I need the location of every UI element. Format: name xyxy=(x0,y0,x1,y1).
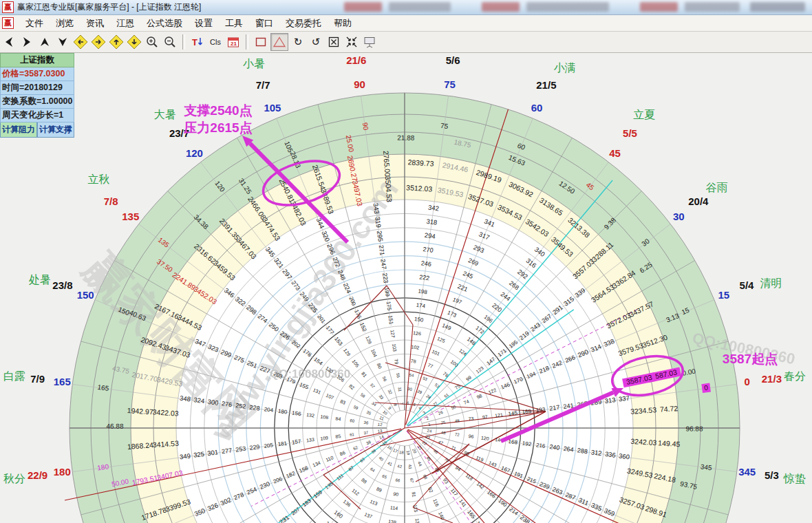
svg-text:21: 21 xyxy=(231,41,237,47)
menu-item-1[interactable]: 浏览 xyxy=(50,16,80,31)
menu-item-0[interactable]: 文件 xyxy=(19,16,50,31)
calendar-icon[interactable]: 21 xyxy=(225,34,242,50)
svg-text:春分: 春分 xyxy=(784,370,806,382)
svg-text:21/6: 21/6 xyxy=(346,54,366,66)
draw-triangle-icon[interactable] xyxy=(270,33,288,51)
blurred-title-item xyxy=(640,2,678,12)
svg-text:156: 156 xyxy=(292,410,302,418)
svg-text:20/4: 20/4 xyxy=(688,195,709,207)
svg-text:0: 0 xyxy=(745,376,750,387)
rotate-ccw-icon[interactable]: ↺ xyxy=(308,34,324,50)
calc-support-button[interactable]: 计算支撑 xyxy=(37,122,74,138)
svg-text:240: 240 xyxy=(549,443,560,451)
rotate-cw-icon[interactable]: ↻ xyxy=(290,34,306,50)
svg-text:199: 199 xyxy=(383,287,391,297)
delete-box-icon[interactable] xyxy=(325,34,342,50)
menu-item-5[interactable]: 设置 xyxy=(189,16,219,31)
blurred-title-item xyxy=(685,2,740,12)
svg-text:343: 343 xyxy=(372,202,381,214)
svg-text:180: 180 xyxy=(54,466,71,478)
title-bar: 赢 赢家江恩专业版[赢家服务平台] - [上证指数 江恩轮] xyxy=(0,0,812,15)
svg-text:246: 246 xyxy=(420,259,431,268)
svg-text:288: 288 xyxy=(577,447,588,455)
nav-right-icon[interactable] xyxy=(19,34,35,50)
svg-text:175: 175 xyxy=(385,301,393,311)
svg-text:73: 73 xyxy=(468,416,474,422)
svg-text:21.88: 21.88 xyxy=(397,134,415,142)
svg-text:145: 145 xyxy=(508,410,518,418)
svg-text:217: 217 xyxy=(549,404,560,412)
svg-text:342: 342 xyxy=(428,203,440,212)
svg-text:165: 165 xyxy=(97,383,109,392)
svg-text:180: 180 xyxy=(277,408,288,416)
zoom-out-icon[interactable] xyxy=(162,34,178,50)
svg-text:23/8: 23/8 xyxy=(52,279,72,291)
svg-text:小暑: 小暑 xyxy=(243,58,265,70)
svg-text:T: T xyxy=(192,37,197,47)
step-up-icon[interactable] xyxy=(108,34,125,50)
parameter-panel: 上证指数 价格=3587.0300时间=20180129变换系数=1.00000… xyxy=(0,53,74,138)
svg-text:360: 360 xyxy=(619,452,630,461)
svg-text:247: 247 xyxy=(379,259,387,270)
svg-text:74.72: 74.72 xyxy=(659,404,678,414)
svg-text:319: 319 xyxy=(374,216,383,228)
draw-square-icon[interactable] xyxy=(253,34,269,50)
svg-text:惊蛰: 惊蛰 xyxy=(783,473,806,484)
svg-text:198: 198 xyxy=(418,288,428,296)
nav-down-icon[interactable] xyxy=(54,34,71,50)
calc-resistance-button[interactable]: 计算阻力 xyxy=(0,122,37,138)
toolbar-separator xyxy=(182,34,185,50)
menu-item-7[interactable]: 窗口 xyxy=(249,16,279,31)
step-right-icon[interactable] xyxy=(90,34,107,50)
svg-text:立秋: 立秋 xyxy=(87,173,109,185)
svg-text:150: 150 xyxy=(77,289,94,301)
svg-text:白露: 白露 xyxy=(3,370,25,382)
menu-item-8[interactable]: 交易委托 xyxy=(279,16,328,31)
svg-text:3422.03: 3422.03 xyxy=(152,407,179,417)
support-resistance-annotation: 压力2615点 xyxy=(183,120,252,135)
svg-text:157: 157 xyxy=(291,438,301,446)
svg-text:222: 222 xyxy=(419,274,430,282)
menu-item-6[interactable]: 工具 xyxy=(219,16,249,31)
svg-text:193: 193 xyxy=(535,406,546,414)
svg-text:345: 345 xyxy=(700,462,712,471)
menu-item-3[interactable]: 江恩 xyxy=(110,16,140,31)
presentation-icon[interactable] xyxy=(361,34,378,50)
svg-text:139: 139 xyxy=(414,518,420,523)
svg-text:205: 205 xyxy=(264,442,274,449)
menu-item-4[interactable]: 公式选股 xyxy=(140,16,189,31)
svg-text:清明: 清明 xyxy=(760,277,782,289)
cls-button[interactable]: Cls xyxy=(207,34,224,50)
index-name-header: 上证指数 xyxy=(0,53,74,67)
svg-text:2839.73: 2839.73 xyxy=(407,158,434,167)
support-resistance-annotation: 支撑2540点 xyxy=(183,103,252,118)
svg-text:90: 90 xyxy=(393,491,399,497)
svg-text:228: 228 xyxy=(249,404,260,412)
svg-text:349: 349 xyxy=(179,452,191,461)
window-title: 赢家江恩专业版[赢家服务平台] - [上证指数 江恩轮] xyxy=(17,1,201,13)
svg-text:270: 270 xyxy=(423,246,434,254)
center-view-icon[interactable] xyxy=(343,34,360,50)
svg-text:60: 60 xyxy=(531,102,543,114)
svg-text:151: 151 xyxy=(387,314,394,325)
svg-text:90: 90 xyxy=(361,122,370,131)
svg-text:78: 78 xyxy=(410,359,416,364)
svg-text:253: 253 xyxy=(235,445,246,453)
svg-text:5/5: 5/5 xyxy=(623,127,637,139)
svg-text:大暑: 大暑 xyxy=(154,109,176,120)
parameter-rows: 价格=3587.0300时间=20180129变换系数=1.00000周天变化步… xyxy=(0,67,74,122)
blurred-title-item xyxy=(344,2,382,12)
nav-left-icon[interactable] xyxy=(1,34,17,50)
menu-item-2[interactable]: 资讯 xyxy=(80,16,110,31)
nav-up-icon[interactable] xyxy=(36,34,53,50)
step-left-icon[interactable] xyxy=(72,34,89,50)
blurred-title-item xyxy=(526,2,609,12)
svg-text:114: 114 xyxy=(390,505,398,511)
step-down-icon[interactable] xyxy=(126,34,142,50)
svg-text:150: 150 xyxy=(414,316,425,323)
text-tool-icon[interactable]: T xyxy=(189,34,206,50)
zoom-in-icon[interactable] xyxy=(144,34,160,50)
gann-wheel-chart[interactable]: www.yingjia360.com赢家财富网QQ:100800360QQ:10… xyxy=(0,0,812,523)
svg-text:115: 115 xyxy=(413,504,418,513)
menu-item-9[interactable]: 帮助 xyxy=(328,16,358,31)
